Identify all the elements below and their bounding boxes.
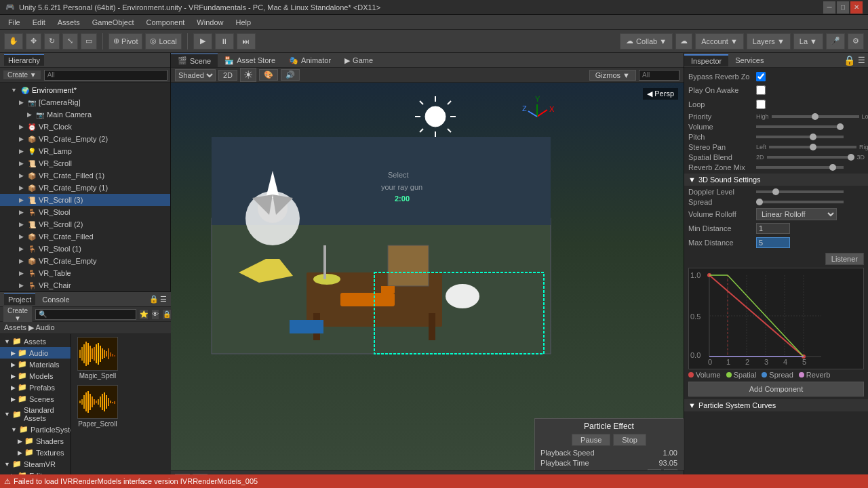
hierarchy-item[interactable]: ▶ 🪑 VR_Stool (1)	[0, 243, 170, 255]
project-lock-btn[interactable]: 🔒	[149, 295, 159, 304]
project-fav-btn[interactable]: ⭐	[139, 309, 149, 320]
reverb-zone-mix-slider[interactable]	[756, 166, 844, 169]
tab-asset-store[interactable]: 🏪 Asset Store	[218, 54, 282, 67]
project-folder-item[interactable]: ▼ 📁 Standard Assets	[0, 405, 71, 424]
scene-view[interactable]: 2:00 Select your ray gun X Y Z	[171, 83, 684, 488]
tool-rect[interactable]: ▭	[81, 33, 97, 49]
project-folder-item[interactable]: ▼ 📁 Assets	[0, 336, 71, 347]
project-folder-item[interactable]: ▼ 📁 SteamVR	[0, 458, 71, 470]
hierarchy-item[interactable]: ▶ 🪑 VR_Chair	[0, 279, 170, 291]
step-button[interactable]: ⏭	[237, 33, 256, 49]
tab-game[interactable]: ▶ Game	[338, 54, 380, 67]
spatial-blend-slider[interactable]	[767, 156, 854, 159]
project-folder-item[interactable]: ▶ 📁 Editor	[0, 470, 71, 474]
view-2d-btn[interactable]: 2D	[218, 70, 237, 81]
maximize-button[interactable]: □	[837, 1, 849, 14]
project-folder-item[interactable]: ▼ 📁 ParticleSystems	[0, 424, 71, 435]
menu-help[interactable]: Help	[230, 17, 256, 28]
audio-btn[interactable]: 🔊	[281, 69, 300, 81]
asset-magic-spell[interactable]: Magic_Spell	[74, 337, 121, 380]
hierarchy-item[interactable]: ▶ 🪑 VR_Table	[0, 267, 170, 279]
project-create-btn[interactable]: Create ▼	[3, 306, 33, 323]
hierarchy-search[interactable]	[44, 70, 167, 81]
persp-button[interactable]: ◀ Persp	[643, 88, 678, 100]
priority-slider[interactable]	[772, 115, 859, 118]
max-distance-input[interactable]	[756, 237, 790, 248]
tool-rotate[interactable]: ↻	[44, 33, 60, 49]
layers-button[interactable]: Layers ▼	[747, 33, 791, 49]
project-folder-item[interactable]: ▶ 📁 Models	[0, 370, 71, 382]
stereo-pan-slider[interactable]	[769, 146, 856, 148]
pivot-button[interactable]: ⊕ Pivot	[108, 33, 142, 49]
project-folder-item[interactable]: ▶ 📁 Shaders	[0, 435, 71, 447]
hierarchy-item[interactable]: ▶ 📜 VR_Scroll	[0, 157, 170, 169]
hierarchy-item[interactable]: ▼ 🌍 Environment*	[0, 84, 170, 96]
inspector-lock-btn[interactable]: 🔒	[844, 55, 855, 66]
hierarchy-item[interactable]: ▶ 💡 VR_Lamp	[0, 145, 170, 157]
project-folder-item[interactable]: ▶ 📁 Scenes	[0, 393, 71, 405]
hierarchy-tab[interactable]: Hierarchy	[4, 54, 44, 66]
hierarchy-item[interactable]: ▶ 📷 [CameraRig]	[0, 96, 170, 108]
menu-component[interactable]: Component	[140, 17, 190, 28]
particle-pause-btn[interactable]: Pause	[572, 434, 610, 446]
hierarchy-item[interactable]: ▶ 🪑 VR_Stool	[0, 206, 170, 218]
settings-button[interactable]: ⚙	[848, 33, 864, 49]
play-on-awake-checkbox[interactable]	[756, 85, 766, 95]
hierarchy-item[interactable]: ▶ 📦 VR_Crate_Filled	[0, 230, 170, 243]
hierarchy-item[interactable]: ▶ 📜 VR_Scroll (3)	[0, 194, 170, 206]
bypass-reverb-checkbox[interactable]	[756, 72, 766, 81]
hierarchy-item[interactable]: ▶ 📦 VR_Crate_Filled (1)	[0, 169, 170, 182]
close-button[interactable]: ✕	[850, 1, 863, 14]
collab-button[interactable]: ☁ Collab ▼	[620, 33, 673, 49]
layout-button[interactable]: La ▼	[793, 33, 823, 49]
cloud-button[interactable]: ☁	[675, 33, 692, 49]
tab-scene[interactable]: 🎬 Scene	[171, 54, 218, 67]
console-tab[interactable]: Console	[38, 294, 73, 305]
sound-3d-section[interactable]: ▼ 3D Sound Settings	[684, 174, 868, 186]
hierarchy-item[interactable]: ▶ 📦 VR_Crate_Empty (2)	[0, 133, 170, 145]
menu-file[interactable]: File	[3, 17, 26, 28]
tab-animator[interactable]: 🎭 Animator	[282, 54, 338, 67]
tool-scale[interactable]: ⤡	[62, 33, 78, 49]
tab-services[interactable]: Services	[728, 55, 770, 66]
asset-paper-scroll[interactable]: Paper_Scroll	[74, 385, 121, 428]
project-eye-btn[interactable]: 👁	[151, 309, 159, 320]
project-folder-item[interactable]: ▶ 📁 Audio	[0, 347, 71, 359]
project-folder-item[interactable]: ▶ 📁 Textures	[0, 447, 71, 458]
mic-button[interactable]: 🎤	[826, 33, 845, 49]
volume-rolloff-dropdown[interactable]: Linear Rolloff Logarithmic Rolloff Custo…	[756, 208, 837, 220]
add-component-button[interactable]: Add Component	[688, 382, 864, 396]
hierarchy-item[interactable]: ▶ 📦 VR_Crate_Empty (1)	[0, 182, 170, 194]
local-button[interactable]: ◎ Local	[145, 33, 181, 49]
volume-slider[interactable]	[756, 125, 844, 128]
particle-stop-btn[interactable]: Stop	[613, 434, 646, 446]
tool-move[interactable]: ✥	[26, 33, 41, 49]
loop-checkbox[interactable]	[756, 100, 766, 109]
account-button[interactable]: Account ▼	[695, 33, 744, 49]
play-button[interactable]: ▶	[193, 33, 212, 49]
shading-dropdown[interactable]: Shaded	[175, 69, 216, 81]
project-menu-btn[interactable]: ☰	[160, 295, 167, 304]
project-folder-item[interactable]: ▶ 📁 Materials	[0, 359, 71, 370]
hierarchy-item[interactable]: ▶ 📜 VR_Scroll (2)	[0, 218, 170, 230]
tool-hand[interactable]: ✋	[4, 33, 23, 49]
hierarchy-item[interactable]: ▶ ⏰ VR_Clock	[0, 121, 170, 133]
pitch-slider[interactable]	[756, 136, 844, 138]
menu-edit[interactable]: Edit	[27, 17, 51, 28]
project-folder-item[interactable]: ▶ 📁 Prefabs	[0, 382, 71, 393]
tab-inspector[interactable]: Inspector	[684, 54, 728, 66]
listener-button[interactable]: Listener	[825, 253, 864, 265]
doppler-level-slider[interactable]	[756, 190, 844, 193]
fx-btn[interactable]: 🎨	[259, 69, 278, 81]
menu-window[interactable]: Window	[191, 17, 229, 28]
hierarchy-create-btn[interactable]: Create ▼	[3, 70, 41, 80]
min-distance-input[interactable]	[756, 223, 790, 234]
menu-gameobject[interactable]: GameObject	[87, 17, 140, 28]
scene-search[interactable]	[639, 70, 679, 81]
particle-curves-section[interactable]: ▼ Particle System Curves	[684, 399, 868, 411]
pause-button[interactable]: ⏸	[215, 33, 234, 49]
project-lock2-btn[interactable]: 🔒	[162, 309, 172, 320]
hierarchy-item[interactable]: ▶ 📷 Main Camera	[0, 108, 170, 121]
minimize-button[interactable]: ─	[823, 1, 835, 14]
inspector-menu-btn[interactable]: ☰	[858, 56, 865, 65]
